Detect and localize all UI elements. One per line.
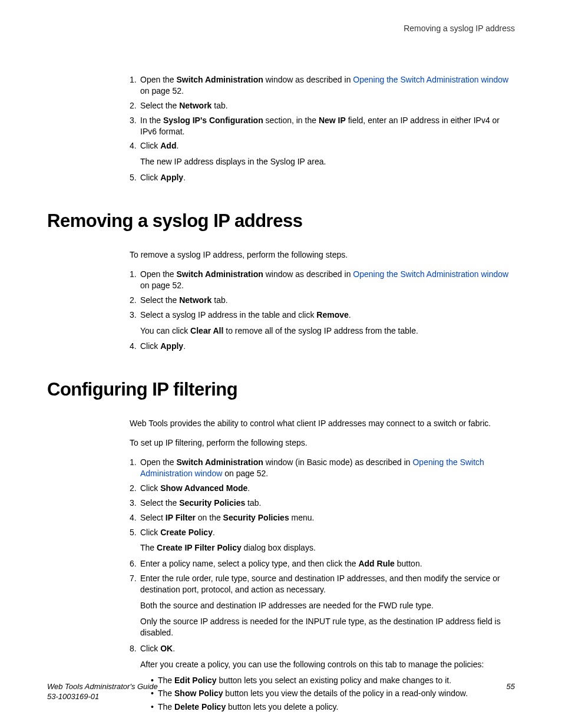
step-subtext: The Create IP Filter Policy dialog box d…	[140, 542, 515, 554]
step-item: 4. Select IP Filter on the Security Poli…	[130, 512, 515, 523]
step-text: .	[213, 528, 215, 537]
footer-left: Web Tools Administrator's Guide 53-10031…	[47, 682, 158, 702]
step-item: 5. Click Create Policy. The Create IP Fi…	[130, 527, 515, 554]
step-text: tab.	[245, 498, 261, 508]
step-subtext: Only the source IP address is needed for…	[140, 616, 515, 638]
step-text: window as described in	[263, 75, 353, 84]
step-bold: Remove	[316, 310, 348, 319]
step-bold: Show Advanced Mode	[160, 483, 247, 493]
step-text: .	[183, 173, 186, 182]
step-text: Open the	[140, 457, 177, 467]
document-page: Removing a syslog IP address 1. Open the…	[0, 0, 562, 728]
step-subtext: You can click Clear All to remove all of…	[140, 325, 515, 337]
step-number: 7.	[130, 573, 137, 584]
step-item: 4. Click Apply.	[130, 341, 515, 352]
step-text: Enter the rule order, rule type, source …	[140, 574, 500, 594]
footer-title: Web Tools Administrator's Guide	[47, 682, 158, 692]
step-number: 5.	[130, 172, 137, 183]
subtext-bold: Clear All	[190, 326, 223, 335]
footer-page-number: 55	[507, 682, 515, 702]
step-text: Enter a policy name, select a policy typ…	[140, 559, 358, 568]
subtext-text: You can click	[140, 326, 190, 335]
step-bold: Switch Administration	[177, 457, 263, 467]
step-bold: Create Policy	[160, 528, 213, 537]
step-text: .	[183, 341, 186, 351]
page-footer: Web Tools Administrator's Guide 53-10031…	[47, 682, 515, 702]
bullet-text: The	[158, 702, 174, 711]
step-text: window as described in	[263, 269, 353, 279]
step-bold: Network	[179, 295, 211, 305]
step-item: 2. Click Show Advanced Mode.	[130, 483, 515, 494]
subtext-text: to remove all of the syslog IP address f…	[223, 326, 418, 335]
step-bold: Apply	[160, 173, 183, 182]
step-text: tab.	[211, 295, 227, 305]
cross-ref-link[interactable]: Opening the Switch Administration window	[353, 75, 508, 84]
step-bold: Add Rule	[358, 559, 394, 568]
step-text: Click	[140, 644, 160, 653]
bullet-bold: Delete Policy	[174, 702, 226, 711]
step-bold: Security Policies	[223, 513, 289, 522]
step-bold: Switch Administration	[177, 75, 263, 84]
step-subtext: The new IP address displays in the Syslo…	[140, 156, 515, 167]
step-text: Click	[140, 483, 160, 493]
step-text: .	[349, 310, 351, 319]
section1-intro: To remove a syslog IP address, perform t…	[130, 249, 515, 261]
step-item: 1. Open the Switch Administration window…	[130, 74, 515, 97]
cross-ref-link[interactable]: Opening the Switch Administration window	[353, 269, 508, 279]
step-text: tab.	[211, 101, 227, 110]
top-steps-block: 1. Open the Switch Administration window…	[130, 74, 515, 183]
step-text: Select a syslog IP address in the table …	[140, 310, 316, 319]
subtext-text: dialog box displays.	[242, 543, 316, 552]
step-number: 1.	[130, 269, 137, 280]
step-number: 4.	[130, 341, 137, 352]
section-heading-removing: Removing a syslog IP address	[47, 210, 515, 232]
step-number: 2.	[130, 483, 137, 494]
section2-intro1: Web Tools provides the ability to contro…	[130, 418, 515, 429]
step-text: .	[176, 141, 178, 150]
step-text: Click	[140, 341, 160, 351]
page-header-right: Removing a syslog IP address	[47, 24, 515, 33]
step-item: 5. Click Apply.	[130, 172, 515, 183]
step-text: on page 52.	[140, 86, 184, 95]
step-bold: Switch Administration	[177, 269, 263, 279]
subtext-text: The	[140, 543, 157, 552]
step-bold: New IP	[319, 116, 346, 125]
step-text: In the	[140, 116, 163, 125]
step-text: Click	[140, 173, 160, 182]
section2-steps: 1. Open the Switch Administration window…	[130, 457, 515, 713]
bullet-text: button lets you delete a policy.	[226, 702, 338, 711]
step-item: 6. Enter a policy name, select a policy …	[130, 558, 515, 569]
section2-block: Web Tools provides the ability to contro…	[130, 418, 515, 713]
step-item: 1. Open the Switch Administration window…	[130, 457, 515, 479]
step-bold: Add	[160, 141, 176, 150]
step-text: on page 52.	[140, 281, 184, 290]
top-steps-list: 1. Open the Switch Administration window…	[130, 74, 515, 183]
step-bold: Security Policies	[179, 498, 245, 508]
subtext-bold: Create IP Filter Policy	[157, 543, 242, 552]
step-text: menu.	[289, 513, 315, 522]
step-number: 1.	[130, 74, 137, 85]
step-text: on page 52.	[222, 469, 268, 478]
step-text: .	[247, 483, 250, 493]
step-number: 8.	[130, 643, 137, 654]
step-number: 4.	[130, 140, 137, 151]
step-number: 6.	[130, 558, 137, 569]
step-number: 3.	[130, 309, 137, 321]
step-text: on the	[196, 513, 223, 522]
step-text: section, in the	[263, 116, 319, 125]
footer-docnum: 53-1003169-01	[47, 692, 158, 702]
section1-steps: 1. Open the Switch Administration window…	[130, 269, 515, 352]
step-text: Select the	[140, 498, 179, 508]
step-subtext: Both the source and destination IP addre…	[140, 600, 515, 611]
step-number: 2.	[130, 100, 137, 111]
step-bold: IP Filter	[166, 513, 196, 522]
step-number: 5.	[130, 527, 137, 538]
step-text: Open the	[140, 75, 177, 84]
step-item: 7. Enter the rule order, rule type, sour…	[130, 573, 515, 638]
step-bold: Apply	[160, 341, 183, 351]
step-text: window (in Basic mode) as described in	[263, 457, 413, 467]
step-item: 2. Select the Network tab.	[130, 100, 515, 111]
step-text: Select	[140, 513, 166, 522]
bullet-item: The Delete Policy button lets you delete…	[151, 701, 515, 713]
step-item: 2. Select the Network tab.	[130, 295, 515, 306]
